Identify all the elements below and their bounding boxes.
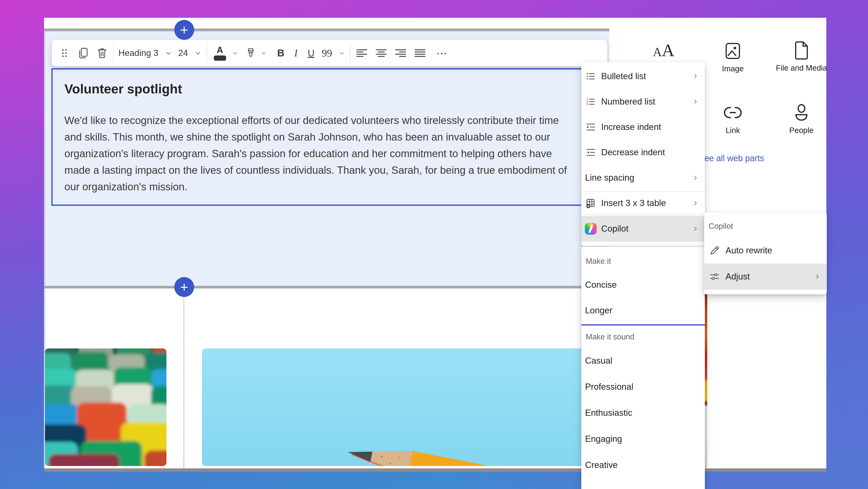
font-size-value: 24	[178, 48, 188, 58]
underline-button[interactable]: U	[304, 43, 319, 63]
chevron-right-icon	[692, 98, 699, 106]
copilot-adjust-menu: Make it Concise Longer Make it sound Cas…	[581, 247, 705, 489]
align-left-button[interactable]	[355, 43, 368, 63]
add-section-button-top[interactable]: +	[174, 20, 194, 40]
menu-item-longer[interactable]: Longer	[581, 298, 705, 323]
menu-item-numbered-list[interactable]: 123 Numbered list	[581, 89, 705, 114]
blockquote-button[interactable]: 99	[319, 43, 335, 63]
people-webpart-icon	[792, 103, 811, 122]
gallery-item-link[interactable]: Link	[697, 103, 768, 135]
image-webpart-icon	[723, 41, 743, 61]
chairs-photo	[45, 348, 166, 466]
align-right-button[interactable]	[394, 43, 407, 63]
submenu-item-auto-rewrite[interactable]: Auto rewrite	[704, 237, 827, 264]
make-it-sound-section-header: Make it sound	[581, 326, 705, 348]
menu-divider	[581, 191, 705, 192]
copilot-submenu: Copilot Auto rewrite Adjust	[704, 212, 827, 294]
copy-icon	[77, 47, 90, 59]
drag-handle[interactable]	[58, 43, 70, 63]
add-section-button-middle[interactable]: +	[174, 277, 194, 297]
drag-dots-icon	[58, 47, 70, 59]
auto-rewrite-pen-icon	[708, 245, 721, 256]
file-webpart-icon	[792, 40, 811, 60]
duplicate-button[interactable]	[77, 43, 90, 63]
copilot-submenu-header: Copilot	[704, 215, 827, 237]
column-dashed-boundary	[184, 297, 184, 468]
menu-item-label: Longer	[585, 306, 699, 316]
menu-item-label: Professional	[585, 382, 699, 392]
pencil-photo	[202, 348, 613, 466]
text-webpart-heading[interactable]: Volunteer spotlight	[64, 81, 182, 96]
font-color-swatch	[214, 55, 226, 61]
justify-button[interactable]	[413, 43, 427, 63]
menu-item-label: Copilot	[601, 224, 692, 234]
gallery-item-image[interactable]: Image	[697, 41, 768, 73]
menu-item-label: Decrease indent	[601, 147, 699, 157]
font-color-dropdown[interactable]	[231, 43, 238, 63]
menu-item-label: Bulleted list	[601, 71, 692, 81]
menu-item-label: Increase indent	[601, 122, 699, 132]
image-webpart-chairs[interactable]	[45, 348, 166, 466]
submenu-item-adjust[interactable]: Adjust	[704, 264, 827, 290]
toolbar-separator	[207, 44, 207, 62]
font-size-dropdown[interactable]: 24	[178, 43, 202, 63]
sharepoint-page-editor: Volunteer spotlight We'd like to recogni…	[0, 0, 868, 489]
menu-item-insert-table[interactable]: Insert 3 x 3 table	[581, 193, 705, 213]
highlight-dropdown[interactable]	[260, 43, 267, 63]
menu-item-label: Insert 3 x 3 table	[601, 198, 692, 208]
highlight-button[interactable]	[244, 43, 257, 63]
text-style-value: Heading 3	[118, 48, 158, 58]
menu-item-casual[interactable]: Casual	[581, 348, 705, 374]
gallery-item-file-and-media[interactable]: File and Media	[766, 40, 826, 73]
gallery-item-people[interactable]: People	[766, 103, 826, 135]
menu-blue-divider	[581, 324, 705, 325]
submenu-item-label: Auto rewrite	[725, 246, 821, 256]
hidden-image-webpart-sliver	[705, 289, 707, 468]
svg-text:3: 3	[587, 103, 588, 106]
menu-item-increase-indent[interactable]: Increase indent	[581, 114, 705, 140]
menu-item-bulleted-list[interactable]: Bulleted list	[581, 63, 705, 89]
chevron-right-icon	[813, 273, 821, 280]
menu-item-line-spacing[interactable]: Line spacing	[581, 165, 705, 190]
text-style-dropdown[interactable]: Heading 3	[118, 43, 172, 63]
font-color-button[interactable]: A	[212, 43, 228, 63]
page-bottom-edge	[44, 468, 826, 472]
align-center-icon	[375, 47, 388, 60]
menu-item-copilot[interactable]: Copilot	[581, 216, 705, 241]
menu-item-concise[interactable]: Concise	[581, 272, 705, 298]
chevron-down-icon	[231, 50, 238, 56]
plus-icon: +	[180, 23, 188, 37]
menu-item-enthusiastic[interactable]: Enthusiastic	[581, 400, 705, 426]
gallery-item-label: People	[766, 126, 826, 135]
menu-divider	[581, 214, 705, 215]
text-webpart-icon: AA	[653, 53, 674, 57]
text-webpart-paragraph[interactable]: We'd like to recognize the exceptional e…	[64, 112, 578, 195]
image-webpart-pencil[interactable]	[202, 348, 613, 466]
text-context-menu: Bulleted list 123 Numbered list Increase…	[581, 62, 705, 246]
link-webpart-icon	[723, 103, 743, 122]
menu-item-decrease-indent[interactable]: Decrease indent	[581, 140, 705, 165]
see-all-web-parts-link[interactable]: See all web parts	[699, 153, 764, 163]
chevron-down-icon	[339, 50, 345, 56]
italic-button[interactable]: I	[288, 43, 304, 63]
menu-item-engaging[interactable]: Engaging	[581, 426, 705, 452]
gallery-item-label: File and Media	[766, 63, 826, 73]
menu-item-label: Line spacing	[585, 173, 692, 183]
chevron-right-icon	[692, 199, 699, 207]
section-top-edge	[44, 28, 609, 31]
menu-item-professional[interactable]: Professional	[581, 374, 705, 400]
numbered-list-icon: 123	[585, 96, 596, 107]
menu-item-label: Creative	[585, 460, 699, 470]
menu-item-label: Enthusiastic	[585, 408, 699, 418]
bold-button[interactable]: B	[273, 43, 288, 63]
text-effects-dropdown[interactable]	[339, 43, 345, 63]
justify-icon	[413, 47, 427, 60]
make-it-section-header: Make it	[581, 250, 705, 272]
menu-item-label: Casual	[585, 356, 699, 366]
submenu-item-label: Adjust	[725, 271, 813, 282]
menu-item-creative[interactable]: Creative	[581, 452, 705, 478]
delete-button[interactable]	[96, 43, 108, 63]
copilot-icon	[585, 223, 596, 235]
align-center-button[interactable]	[375, 43, 388, 63]
more-options-button[interactable]: ⋯	[433, 43, 452, 63]
